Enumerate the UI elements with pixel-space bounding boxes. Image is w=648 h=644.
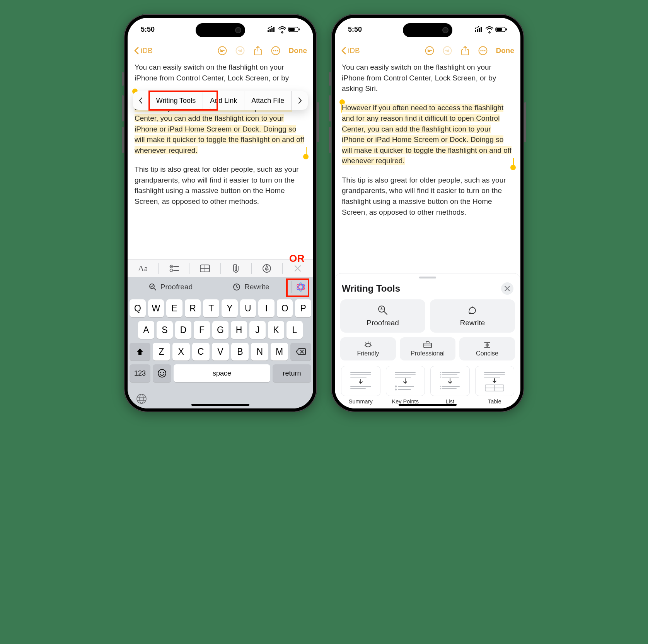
key-d[interactable]: D [175,321,191,339]
key-k[interactable]: K [268,321,284,339]
key-a[interactable]: A [138,321,154,339]
attach-button[interactable] [221,264,251,273]
space-key[interactable]: space [174,364,270,382]
proofread-button[interactable]: Proofread [340,299,425,333]
emoji-key[interactable] [153,364,171,382]
friendly-label: Friendly [357,350,379,357]
sheet-grabber[interactable] [419,277,436,278]
quick-proofread-button[interactable]: Proofread [131,283,211,291]
key-z[interactable]: Z [153,343,170,360]
key-p[interactable]: P [295,299,311,317]
dynamic-island [403,23,452,37]
key-x[interactable]: X [172,343,190,360]
key-o[interactable]: O [277,299,293,317]
svg-point-33 [160,372,161,373]
table-transform-button[interactable]: Table [475,366,515,405]
svg-point-53 [482,50,483,51]
chevron-left-icon [134,47,139,55]
chevron-left-icon [139,97,143,104]
home-indicator[interactable] [399,404,457,406]
key-e[interactable]: E [166,299,182,317]
globe-icon[interactable] [136,393,147,404]
concise-icon [483,341,491,348]
selection-end-handle[interactable] [303,154,309,159]
list-transform-button[interactable]: List [430,366,470,405]
svg-rect-42 [481,27,482,32]
note-paragraph: You can easily switch on the flashlight … [135,62,306,83]
back-button[interactable]: iDB [341,46,360,55]
keypoints-transform-button[interactable]: Key Points [386,366,425,405]
key-w[interactable]: W [148,299,164,317]
svg-point-82 [440,374,441,376]
more-button[interactable] [478,46,488,55]
svg-point-17 [170,269,172,272]
friendly-tone-button[interactable]: Friendly [340,337,396,360]
checklist-button[interactable] [159,265,189,272]
rewrite-button[interactable]: Rewrite [430,299,515,333]
close-toolbar-button[interactable] [283,265,313,272]
shift-key[interactable] [130,343,150,360]
note-content[interactable]: You can easily switch on the flashlight … [128,60,313,215]
text-format-icon: Aa [138,263,148,273]
backspace-key[interactable] [290,343,311,360]
key-i[interactable]: I [258,299,275,317]
svg-point-81 [440,372,441,373]
summary-transform-button[interactable]: Summary [341,366,380,405]
back-button[interactable]: iDB [134,46,153,55]
dynamic-island [196,23,245,37]
table-button[interactable] [189,265,220,272]
markup-button[interactable] [252,264,282,273]
professional-tone-button[interactable]: Professional [400,337,455,360]
annotation-highlight-box [286,278,309,297]
done-button[interactable]: Done [496,46,515,55]
svg-rect-39 [475,30,476,32]
phone-side-button [122,72,124,86]
key-l[interactable]: L [286,321,303,339]
note-content[interactable]: You can easily switch on the flashlight … [335,60,520,226]
numbers-key[interactable]: 123 [130,364,150,382]
wifi-icon [486,27,493,32]
undo-button[interactable] [218,46,227,55]
key-j[interactable]: J [249,321,266,339]
context-menu-prev[interactable] [133,91,149,110]
quick-rewrite-button[interactable]: Rewrite [211,283,291,291]
concise-tone-button[interactable]: Concise [459,337,515,360]
note-paragraph: You can easily switch on the flashlight … [342,62,513,94]
redo-button [443,46,452,55]
undo-button[interactable] [425,46,434,55]
svg-point-35 [137,394,146,403]
selection-end-handle[interactable] [510,165,516,170]
key-c[interactable]: C [192,343,210,360]
phone-side-button [329,72,331,86]
ios-keyboard[interactable]: QWERTYUIOP ASDFGHJKL ZXCVBNM 123 space r… [128,297,313,389]
context-menu-next[interactable] [292,91,308,110]
home-indicator[interactable] [191,404,249,406]
key-b[interactable]: B [231,343,249,360]
key-h[interactable]: H [231,321,247,339]
svg-rect-41 [479,28,480,32]
svg-point-83 [440,377,441,378]
svg-point-36 [140,394,143,403]
keypoints-card-icon [391,369,419,393]
key-q[interactable]: Q [130,299,146,317]
context-menu-item-attach-file[interactable]: Attach File [244,91,292,110]
key-y[interactable]: Y [222,299,238,317]
key-m[interactable]: M [271,343,288,360]
share-button[interactable] [253,46,263,55]
close-icon [294,265,301,272]
done-button[interactable]: Done [289,46,307,55]
share-button[interactable] [460,46,470,55]
key-u[interactable]: U [240,299,256,317]
annotation-highlight-box [148,91,218,111]
sheet-close-button[interactable] [501,282,513,295]
format-text-button[interactable]: Aa [128,263,158,273]
key-v[interactable]: V [212,343,229,360]
key-r[interactable]: R [185,299,201,317]
key-f[interactable]: F [194,321,210,339]
key-s[interactable]: S [157,321,173,339]
key-t[interactable]: T [203,299,219,317]
key-g[interactable]: G [212,321,229,339]
key-n[interactable]: N [251,343,268,360]
more-button[interactable] [271,46,280,55]
return-key[interactable]: return [273,364,311,382]
